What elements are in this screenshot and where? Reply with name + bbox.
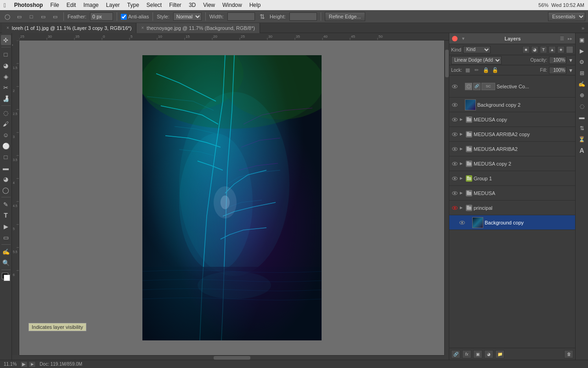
visibility-group1[interactable] [451, 175, 458, 182]
layer-row-medusa-arriba2-copy[interactable]: ▶ MEDUSA ARRIBA2 copy [449, 127, 575, 142]
clone-stamp-tool[interactable]: ☺ [1, 130, 11, 140]
dodge-tool[interactable]: ◯ [1, 185, 11, 195]
canvas-document[interactable] [19, 40, 444, 355]
right-hand-tool[interactable]: ✍ [577, 79, 587, 89]
move-tool[interactable]: ✜ [1, 35, 11, 45]
right-brush-icon[interactable]: ◌ [577, 101, 587, 111]
blend-mode-select[interactable]: Linear Dodge (Add) [451, 56, 502, 64]
menu-image[interactable]: Image [80, 0, 101, 10]
crop-tool[interactable]: ✂ [1, 82, 11, 92]
horizontal-scrollbar[interactable] [19, 355, 444, 360]
blur-tool[interactable]: ◕ [1, 174, 11, 184]
marquee-icon2[interactable]: □ [27, 12, 36, 21]
healing-brush-tool[interactable]: ◌ [1, 108, 11, 118]
right-swap-icon[interactable]: ⇅ [577, 123, 587, 133]
marquee-rect-icon[interactable]: ▭ [15, 12, 24, 21]
arrow-medusa-arriba2-copy[interactable]: ▶ [460, 132, 464, 136]
lasso-tool-icon[interactable]: ◯ [3, 12, 12, 21]
arrow-medusa-copy[interactable]: ▶ [460, 117, 464, 121]
rectangular-marquee-tool[interactable]: □ [1, 49, 11, 59]
opacity-input[interactable] [549, 57, 566, 64]
visibility-medusa-arriba2[interactable] [451, 145, 458, 153]
panel-menu-button[interactable]: ☰ [560, 36, 564, 41]
tab-overflow[interactable]: » [580, 25, 586, 31]
eraser-tool[interactable]: □ [1, 152, 11, 162]
layer-row-principal[interactable]: ▶ principal [449, 201, 575, 215]
zoom-control-icon1[interactable]: ▶ [20, 361, 28, 368]
width-input[interactable] [227, 12, 255, 21]
visibility-principal[interactable] [451, 204, 458, 212]
layer-row-medusa-arriba2[interactable]: ▶ MEDUSA ARRIBA2 [449, 142, 575, 156]
visibility-bg-copy2[interactable] [451, 101, 458, 109]
arrow-group1[interactable]: ▶ [460, 176, 464, 180]
arrow-medusa[interactable]: ▶ [460, 191, 464, 195]
pen-tool[interactable]: ✎ [1, 199, 11, 209]
fill-input[interactable] [549, 67, 566, 74]
right-gear-icon[interactable]: ⚙ [577, 57, 587, 67]
type-tool[interactable]: T [1, 210, 11, 220]
marquee-icon3[interactable]: ▭ [39, 12, 48, 21]
refine-edge-button[interactable]: Refine Edge... [325, 12, 365, 21]
filter-type-icon[interactable]: T [540, 46, 547, 53]
tab-loreh-close[interactable]: × [6, 25, 9, 30]
menu-help[interactable]: Help [247, 0, 264, 10]
marquee-icon4[interactable]: ▭ [51, 12, 60, 21]
menu-photoshop[interactable]: Photoshop [11, 0, 46, 10]
right-grid-icon[interactable]: ⊞ [577, 68, 587, 78]
lock-all-icon[interactable]: 🔓 [492, 67, 499, 74]
layer-row-medusa-copy2[interactable]: ▶ MEDUSA copy 2 [449, 156, 575, 171]
quick-selection-tool[interactable]: ◈ [1, 71, 11, 81]
lock-position-icon[interactable]: 🔒 [482, 67, 490, 74]
layer-effects-button[interactable]: fx [462, 350, 471, 358]
right-color-icon[interactable]: ▬ [577, 112, 587, 122]
right-clock-icon[interactable]: ⏳ [577, 134, 587, 144]
visibility-medusa-copy2[interactable] [451, 160, 458, 167]
tab-loreh[interactable]: × loreh (1 of 1).jpg @ 11.1% (Layer 3 co… [2, 23, 136, 33]
layer-row-group1[interactable]: ▶ Group 1 [449, 171, 575, 186]
arrow-medusa-arriba2[interactable]: ▶ [460, 147, 464, 151]
new-adjustment-button[interactable]: ◕ [484, 350, 493, 358]
zoom-controls[interactable]: ▶ ► [20, 361, 36, 368]
panel-close-button[interactable] [452, 36, 458, 41]
gradient-tool[interactable]: ▬ [1, 163, 11, 173]
layer-row-medusa[interactable]: ▶ MEDUSA [449, 186, 575, 201]
menu-view[interactable]: View [200, 0, 218, 10]
link-layers-button[interactable]: 🔗 [451, 350, 460, 358]
zoom-control-icon2[interactable]: ► [28, 361, 36, 368]
path-selection-tool[interactable]: ▶ [1, 221, 11, 231]
antialias-checkbox[interactable] [121, 14, 127, 20]
lock-image-icon[interactable]: ✏ [473, 67, 481, 74]
arrow-medusa-copy2[interactable]: ▶ [460, 161, 464, 166]
filter-smart-icon[interactable]: ★ [557, 46, 565, 53]
tab-thecnoyage-close[interactable]: × [141, 25, 144, 30]
delete-layer-button[interactable]: 🗑 [564, 350, 573, 358]
apple-menu[interactable]:  [4, 2, 6, 9]
brush-tool[interactable]: 🖌 [1, 119, 11, 129]
lasso-tool[interactable]: ◕ [1, 60, 11, 70]
visibility-medusa-arriba2-copy[interactable] [451, 131, 458, 138]
layer-row-medusa-copy[interactable]: ▶ MEDUSA copy [449, 112, 575, 127]
panel-collapse-arrow[interactable]: ▼ [461, 36, 465, 41]
layer-row-bg-copy2[interactable]: Background copy 2 [449, 98, 575, 112]
menu-edit[interactable]: Edit [64, 0, 79, 10]
menu-file[interactable]: File [47, 0, 62, 10]
swap-icon[interactable]: ⇅ [258, 12, 267, 21]
lock-transparent-icon[interactable]: ▦ [464, 67, 471, 74]
tab-thecnoyage[interactable]: × thecnoyage.jpg @ 11.7% (Background, RG… [136, 23, 260, 33]
right-play-icon[interactable]: ▶ [577, 46, 587, 56]
right-move-icon[interactable]: ⊕ [577, 90, 587, 100]
history-brush-tool[interactable]: ⚪ [1, 141, 11, 151]
new-group-button[interactable]: 📁 [495, 350, 504, 358]
filter-pixel-icon[interactable]: ■ [522, 46, 530, 53]
workspace-select[interactable]: Essentials [548, 12, 585, 21]
zoom-tool[interactable]: 🔍 [1, 258, 11, 268]
visibility-bg-copy[interactable] [458, 219, 466, 226]
hand-tool[interactable]: ✍ [1, 247, 11, 257]
layer-row-bg-copy[interactable]: Background copy [449, 215, 575, 230]
feather-input[interactable] [90, 12, 113, 21]
filter-shape-icon[interactable]: ▲ [548, 46, 556, 53]
layers-list[interactable]: ◯ 🔗 SC Selective Co... Background copy 2 [449, 75, 575, 348]
visibility-medusa[interactable] [451, 190, 458, 197]
visibility-medusa-copy[interactable] [451, 116, 458, 123]
menu-select[interactable]: Select [144, 0, 164, 10]
